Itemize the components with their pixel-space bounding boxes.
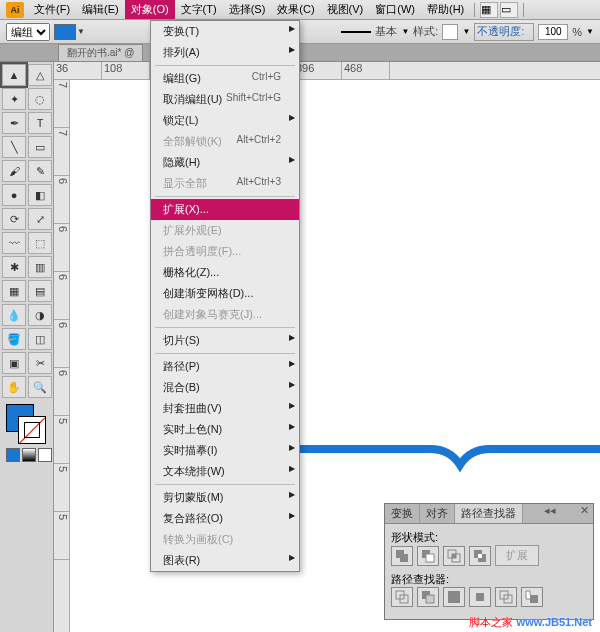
zoom-tool[interactable]: 🔍: [28, 376, 52, 398]
arrange-icon[interactable]: ▭: [500, 2, 518, 18]
menu-select[interactable]: 选择(S): [223, 0, 272, 19]
main-menubar: Ai 文件(F) 编辑(E) 对象(O) 文字(T) 选择(S) 效果(C) 视…: [0, 0, 600, 20]
minus-back-button[interactable]: [521, 587, 543, 607]
menu-item[interactable]: 剪切蒙版(M): [151, 487, 299, 508]
gradient-tool[interactable]: ▤: [28, 280, 52, 302]
menu-item: 创建对象马赛克(J)...: [151, 304, 299, 325]
merge-button[interactable]: [443, 587, 465, 607]
menu-item[interactable]: 文本绕排(W): [151, 461, 299, 482]
intersect-button[interactable]: [443, 546, 465, 566]
menu-item[interactable]: 路径(P): [151, 356, 299, 377]
menu-item[interactable]: 变换(T): [151, 21, 299, 42]
rotate-tool[interactable]: ⟳: [2, 208, 26, 230]
pen-tool[interactable]: ✒: [2, 112, 26, 134]
minus-front-button[interactable]: [417, 546, 439, 566]
blend-tool[interactable]: ◑: [28, 304, 52, 326]
dropdown-icon[interactable]: ▼: [586, 27, 594, 36]
opacity-select[interactable]: 不透明度:: [474, 23, 534, 41]
dropdown-icon[interactable]: ▼: [462, 27, 470, 36]
tab-transform[interactable]: 变换: [385, 504, 420, 523]
menu-item[interactable]: 图表(R): [151, 550, 299, 571]
selection-tool[interactable]: ▲: [2, 64, 26, 86]
menu-effect[interactable]: 效果(C): [271, 0, 320, 19]
opacity-input[interactable]: [538, 24, 568, 40]
menu-type[interactable]: 文字(T): [175, 0, 223, 19]
menu-item[interactable]: 隐藏(H): [151, 152, 299, 173]
live-paint-select-tool[interactable]: ◫: [28, 328, 52, 350]
outline-button[interactable]: [495, 587, 517, 607]
live-paint-tool[interactable]: 🪣: [2, 328, 26, 350]
color-mode-icon[interactable]: [6, 448, 20, 462]
direct-selection-tool[interactable]: △: [28, 64, 52, 86]
dropdown-icon[interactable]: ▼: [401, 27, 409, 36]
type-tool[interactable]: T: [28, 112, 52, 134]
tab-pathfinder[interactable]: 路径查找器: [455, 504, 523, 523]
menu-window[interactable]: 窗口(W): [369, 0, 421, 19]
unite-button[interactable]: [391, 546, 413, 566]
menu-item[interactable]: 排列(A): [151, 42, 299, 63]
trim-button[interactable]: [417, 587, 439, 607]
menu-help[interactable]: 帮助(H): [421, 0, 470, 19]
menu-item[interactable]: 封套扭曲(V): [151, 398, 299, 419]
artwork-path[interactable]: [260, 435, 600, 475]
divider: [523, 3, 524, 17]
menu-item[interactable]: 锁定(L): [151, 110, 299, 131]
eraser-tool[interactable]: ◧: [28, 184, 52, 206]
style-swatch[interactable]: [442, 24, 458, 40]
stroke-color-box[interactable]: [18, 416, 46, 444]
menu-item[interactable]: 复合路径(O): [151, 508, 299, 529]
menu-item[interactable]: 实时上色(N): [151, 419, 299, 440]
menu-item[interactable]: 栅格化(Z)...: [151, 262, 299, 283]
menu-view[interactable]: 视图(V): [321, 0, 370, 19]
menu-item[interactable]: 编组(G)Ctrl+G: [151, 68, 299, 89]
menu-item[interactable]: 扩展(X)...: [151, 199, 299, 220]
magic-wand-tool[interactable]: ✦: [2, 88, 26, 110]
line-tool[interactable]: ╲: [2, 136, 26, 158]
svg-rect-7: [426, 554, 434, 562]
fill-swatch[interactable]: [54, 24, 76, 40]
expand-button[interactable]: 扩展: [495, 545, 539, 566]
artboard-tool[interactable]: ▣: [2, 352, 26, 374]
exclude-button[interactable]: [469, 546, 491, 566]
watermark: 脚本之家 www.JB51.Net: [469, 614, 592, 630]
menu-item: 扩展外观(E): [151, 220, 299, 241]
horizontal-ruler: 36108180252324396468: [54, 62, 600, 80]
panel-close-icon[interactable]: ✕: [576, 504, 593, 523]
document-tabs: 翻开的书.ai* @: [0, 44, 600, 62]
menu-item[interactable]: 切片(S): [151, 330, 299, 351]
menu-item[interactable]: 混合(B): [151, 377, 299, 398]
symbol-sprayer-tool[interactable]: ✱: [2, 256, 26, 278]
bridge-icon[interactable]: ▦: [480, 2, 498, 18]
selection-type-select[interactable]: 编组: [6, 23, 50, 41]
svg-rect-19: [476, 593, 484, 601]
pencil-tool[interactable]: ✎: [28, 160, 52, 182]
warp-tool[interactable]: 〰: [2, 232, 26, 254]
none-mode-icon[interactable]: [38, 448, 52, 462]
rectangle-tool[interactable]: ▭: [28, 136, 52, 158]
menu-edit[interactable]: 编辑(E): [76, 0, 125, 19]
scale-tool[interactable]: ⤢: [28, 208, 52, 230]
paintbrush-tool[interactable]: 🖌: [2, 160, 26, 182]
divider: [474, 3, 475, 17]
mesh-tool[interactable]: ▦: [2, 280, 26, 302]
graph-tool[interactable]: ▥: [28, 256, 52, 278]
gradient-mode-icon[interactable]: [22, 448, 36, 462]
fill-stroke-control[interactable]: [2, 402, 52, 446]
blob-brush-tool[interactable]: ●: [2, 184, 26, 206]
menu-file[interactable]: 文件(F): [28, 0, 76, 19]
free-transform-tool[interactable]: ⬚: [28, 232, 52, 254]
stroke-preview[interactable]: [341, 31, 371, 33]
menu-item[interactable]: 创建渐变网格(D)...: [151, 283, 299, 304]
divide-button[interactable]: [391, 587, 413, 607]
crop-button[interactable]: [469, 587, 491, 607]
document-tab[interactable]: 翻开的书.ai* @: [58, 44, 143, 61]
tab-align[interactable]: 对齐: [420, 504, 455, 523]
menu-item[interactable]: 实时描摹(I): [151, 440, 299, 461]
panel-collapse-icon[interactable]: ◂◂: [540, 504, 560, 523]
lasso-tool[interactable]: ◌: [28, 88, 52, 110]
menu-item[interactable]: 取消编组(U)Shift+Ctrl+G: [151, 89, 299, 110]
hand-tool[interactable]: ✋: [2, 376, 26, 398]
slice-tool[interactable]: ✂: [28, 352, 52, 374]
eyedropper-tool[interactable]: 💧: [2, 304, 26, 326]
menu-object[interactable]: 对象(O): [125, 0, 175, 19]
